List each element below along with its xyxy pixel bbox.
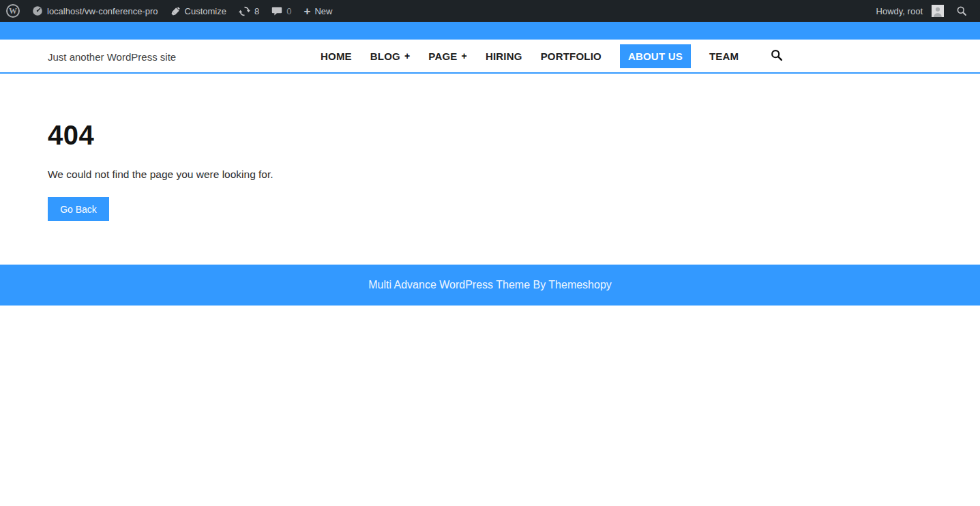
- updates-menu[interactable]: 8: [233, 0, 265, 22]
- main-nav: HOME BLOG + PAGE + HIRING PORTFOLIO ABOU…: [321, 40, 739, 72]
- howdy-label: Howdy, root: [876, 6, 923, 16]
- comment-bubble-icon: [271, 5, 282, 16]
- nav-label: ABOUT US: [628, 50, 683, 62]
- nav-item-portfolio[interactable]: PORTFOLIO: [541, 50, 602, 62]
- nav-item-home[interactable]: HOME: [321, 50, 352, 62]
- nav-item-about-us[interactable]: ABOUT US: [620, 44, 691, 68]
- site-tagline: Just another WordPress site: [48, 51, 176, 63]
- nav-label: HIRING: [486, 50, 522, 62]
- error-code-heading: 404: [48, 74, 980, 151]
- site-header: Just another WordPress site HOME BLOG + …: [0, 40, 980, 74]
- nav-label: BLOG: [370, 50, 400, 62]
- nav-item-blog[interactable]: BLOG +: [370, 50, 411, 62]
- nav-label: PAGE: [428, 50, 457, 62]
- go-back-button[interactable]: Go Back: [48, 197, 109, 221]
- admin-bar-left: W localhost/vw-conference-pro Custom: [0, 0, 338, 22]
- new-content-menu[interactable]: + New: [297, 0, 338, 22]
- submenu-plus-icon: +: [404, 50, 410, 61]
- paintbrush-icon: [170, 6, 181, 16]
- nav-item-team[interactable]: TEAM: [709, 50, 739, 62]
- footer-credit: Multi Advance WordPress Theme By Themesh…: [368, 279, 612, 291]
- plus-icon: +: [303, 5, 310, 17]
- updates-count: 8: [254, 6, 259, 16]
- nav-label: HOME: [321, 50, 352, 62]
- admin-search-icon: [956, 5, 967, 16]
- site-name-menu[interactable]: localhost/vw-conference-pro: [26, 0, 164, 22]
- admin-bar-right: Howdy, root: [870, 0, 980, 22]
- site-gauge-icon: [32, 5, 43, 16]
- customize-menu[interactable]: Customize: [164, 0, 233, 22]
- wp-admin-bar: W localhost/vw-conference-pro Custom: [0, 0, 980, 22]
- submenu-plus-icon: +: [462, 50, 467, 61]
- admin-search-button[interactable]: [950, 0, 973, 22]
- comments-count: 0: [286, 6, 291, 16]
- my-account-menu[interactable]: Howdy, root: [870, 0, 950, 22]
- customize-label: Customize: [185, 6, 226, 16]
- nav-item-page[interactable]: PAGE +: [428, 50, 467, 62]
- nav-label: TEAM: [709, 50, 739, 62]
- header-search-button[interactable]: [771, 49, 783, 64]
- user-avatar: [932, 5, 944, 17]
- site-footer: Multi Advance WordPress Theme By Themesh…: [0, 265, 980, 306]
- site-name-label: localhost/vw-conference-pro: [47, 6, 158, 16]
- header-search-icon: [771, 49, 783, 61]
- nav-item-hiring[interactable]: HIRING: [486, 50, 522, 62]
- comments-menu[interactable]: 0: [265, 0, 297, 22]
- updates-icon: [239, 5, 250, 17]
- wordpress-logo-icon: W: [6, 4, 20, 18]
- new-label: New: [314, 6, 332, 16]
- wp-logo-button[interactable]: W: [0, 0, 26, 22]
- error-message: We could not find the page you were look…: [48, 168, 980, 181]
- nav-label: PORTFOLIO: [541, 50, 602, 62]
- error-404-section: 404 We could not find the page you were …: [0, 74, 980, 265]
- top-accent-strip: [0, 22, 980, 40]
- bottom-whitespace: [0, 306, 980, 465]
